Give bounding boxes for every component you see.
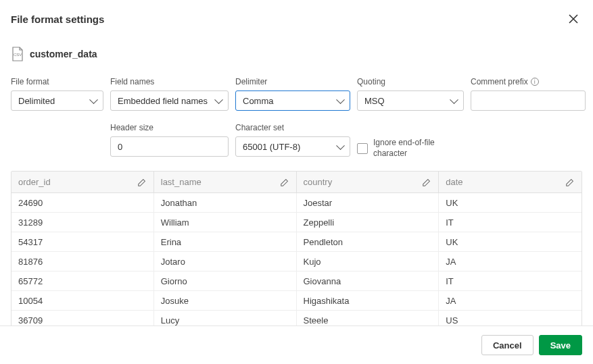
quoting-select[interactable]: MSQ: [357, 90, 464, 111]
column-header: date: [439, 172, 582, 193]
file-format-settings-dialog: File format settings CSV customer_data F…: [0, 0, 593, 364]
delimiter-select[interactable]: Comma: [235, 90, 350, 111]
column-header: country: [297, 172, 440, 193]
character-set-field: Character set 65001 (UTF-8): [235, 123, 350, 157]
dialog-title: File format settings: [11, 14, 104, 25]
pencil-icon[interactable]: [565, 178, 575, 187]
field-names-label: Field names: [110, 77, 229, 86]
column-header: order_id: [11, 172, 154, 193]
table-cell: Jotaro: [154, 252, 297, 271]
table-cell: Jonathan: [154, 193, 297, 213]
quoting-field: Quoting MSQ: [357, 77, 464, 111]
ignore-eof-checkbox[interactable]: [357, 143, 368, 154]
column-header-label: country: [304, 177, 333, 187]
pencil-icon[interactable]: [280, 178, 289, 187]
table-cell: Giovanna: [297, 271, 440, 291]
table-cell: Higashikata: [297, 291, 440, 311]
header-size-input[interactable]: 0: [110, 136, 229, 157]
pencil-icon[interactable]: [422, 178, 431, 187]
file-format-select[interactable]: Delimited: [11, 90, 103, 111]
table-cell: Giorno: [154, 271, 297, 291]
save-button[interactable]: Save: [539, 335, 582, 355]
table-cell: Kujo: [297, 252, 440, 271]
settings-fields: File format Delimited Field names Embedd…: [11, 77, 582, 159]
field-names-select[interactable]: Embedded field names: [110, 90, 229, 111]
table-cell: Pendleton: [297, 232, 440, 252]
column-header: last_name: [154, 172, 297, 193]
table-cell: Josuke: [154, 291, 297, 311]
table-row: 24690JonathanJoestarUK: [11, 193, 582, 213]
table-cell: 81876: [11, 252, 154, 271]
table-cell: UK: [439, 232, 582, 252]
table-row: 10054JosukeHigashikataJA: [11, 291, 582, 311]
table-row: 81876JotaroKujoJA: [11, 252, 582, 271]
table-cell: Joestar: [297, 193, 440, 213]
csv-file-icon: CSV: [11, 46, 24, 62]
header-size-label: Header size: [110, 123, 229, 132]
header-size-field: Header size 0: [110, 123, 229, 157]
table-cell: William: [154, 213, 297, 232]
file-name: customer_data: [30, 49, 97, 59]
table-row: 54317ErinaPendletonUK: [11, 232, 582, 252]
comment-prefix-label: Comment prefix i: [471, 77, 586, 86]
cancel-button[interactable]: Cancel: [481, 335, 533, 355]
table-cell: IT: [439, 213, 582, 232]
table-cell: 54317: [11, 232, 154, 252]
pencil-icon[interactable]: [137, 178, 147, 187]
comment-prefix-field: Comment prefix i: [471, 77, 586, 111]
close-icon[interactable]: [565, 11, 582, 27]
table-row: 31289WilliamZeppelliIT: [11, 213, 582, 232]
dialog-footer: Cancel Save: [0, 326, 593, 364]
svg-text:CSV: CSV: [14, 53, 22, 57]
column-header-label: last_name: [161, 177, 201, 187]
column-header-label: date: [446, 177, 462, 187]
delimiter-label: Delimiter: [235, 77, 350, 86]
info-icon[interactable]: i: [531, 78, 539, 86]
character-set-select[interactable]: 65001 (UTF-8): [235, 136, 350, 157]
dialog-header: File format settings: [11, 11, 582, 27]
ignore-eof-field: Ignore end-of-file character: [357, 138, 464, 159]
table-cell: 24690: [11, 193, 154, 213]
table-cell: Zeppelli: [297, 213, 440, 232]
file-format-field: File format Delimited: [11, 77, 103, 111]
delimiter-field: Delimiter Comma: [235, 77, 350, 111]
table-cell: IT: [439, 271, 582, 291]
table-row: 65772GiornoGiovannaIT: [11, 271, 582, 291]
comment-prefix-input[interactable]: [471, 90, 586, 111]
character-set-label: Character set: [235, 123, 350, 132]
table-cell: Erina: [154, 232, 297, 252]
quoting-label: Quoting: [357, 77, 464, 86]
file-format-label: File format: [11, 77, 103, 86]
file-info-row: CSV customer_data: [11, 46, 582, 62]
table-header: order_idlast_namecountrydate: [11, 172, 582, 193]
table-cell: UK: [439, 193, 582, 213]
table-cell: 31289: [11, 213, 154, 232]
column-header-label: order_id: [18, 177, 51, 187]
table-body: 24690JonathanJoestarUK31289WilliamZeppel…: [11, 193, 582, 330]
table-cell: 10054: [11, 291, 154, 311]
table-cell: 65772: [11, 271, 154, 291]
table-cell: JA: [439, 252, 582, 271]
ignore-eof-label: Ignore end-of-file character: [373, 138, 464, 159]
field-names-field: Field names Embedded field names: [110, 77, 229, 111]
table-cell: JA: [439, 291, 582, 311]
